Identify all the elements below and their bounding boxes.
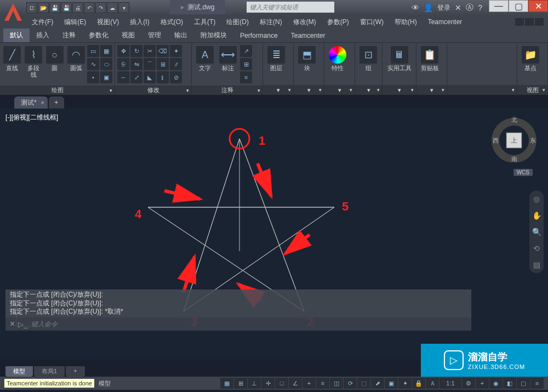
table-icon[interactable]: ⊞: [240, 58, 252, 70]
cycle-icon[interactable]: ⟳: [344, 378, 357, 389]
trim-icon[interactable]: ✂: [144, 45, 156, 57]
workspace-icon[interactable]: ⚙: [462, 378, 475, 389]
leader-icon[interactable]: ↗: [240, 45, 252, 57]
file-tab-active[interactable]: 测试*×: [14, 96, 48, 109]
qat-undo-icon[interactable]: ↶: [84, 2, 95, 13]
3dosnap-icon[interactable]: ⬚: [357, 378, 370, 389]
menu-edit[interactable]: 编辑(E): [59, 15, 92, 29]
align-icon[interactable]: ⫿: [157, 71, 169, 83]
menu-tools[interactable]: 工具(T): [189, 15, 221, 29]
rtab-insert[interactable]: 插入: [30, 29, 56, 42]
arc-button[interactable]: ◠圆弧: [66, 45, 86, 72]
qat-cloud-icon[interactable]: ☁: [107, 2, 118, 13]
panel-group-title[interactable]: ▾: [355, 85, 382, 95]
copy-icon[interactable]: ⎘: [117, 58, 129, 70]
point-icon[interactable]: •: [87, 71, 99, 83]
command-input[interactable]: [31, 320, 467, 328]
rtab-manage[interactable]: 管理: [141, 29, 168, 42]
signin-icon[interactable]: 👤: [424, 3, 433, 12]
hatch-icon[interactable]: ▦: [100, 45, 112, 57]
circle-button[interactable]: ○圆: [45, 45, 65, 72]
panel-anno-title[interactable]: 注释: [192, 86, 262, 95]
close-icon[interactable]: ×: [41, 100, 44, 106]
move-icon[interactable]: ✥: [117, 45, 129, 57]
custom-icon[interactable]: ≡: [530, 378, 544, 389]
erase-icon[interactable]: ⌫: [157, 45, 169, 57]
panel-block-title[interactable]: ▾: [294, 85, 324, 95]
qat-save-icon[interactable]: 💾: [49, 2, 60, 13]
clip-button[interactable]: 📋剪贴板: [419, 45, 441, 72]
qat-saveas-icon[interactable]: 💾: [61, 2, 72, 13]
panel-layer-title[interactable]: ▾: [263, 85, 293, 95]
rtab-output[interactable]: 输出: [168, 29, 194, 42]
offset-icon[interactable]: ⫽: [170, 58, 182, 70]
annomonitor-icon[interactable]: +: [476, 378, 489, 389]
autodesk-icon[interactable]: Ⓐ: [466, 3, 473, 13]
block-button[interactable]: ⬒块: [296, 45, 318, 72]
menu-dim[interactable]: 标注(N): [254, 15, 288, 29]
menu-view[interactable]: 视图(V): [92, 15, 124, 29]
qat-plot-icon[interactable]: 🖨: [72, 2, 83, 13]
polar-icon[interactable]: ✛: [261, 378, 275, 389]
ortho-icon[interactable]: ⊥: [248, 378, 261, 389]
menu-insert[interactable]: 插入(I): [124, 15, 155, 29]
command-input-row[interactable]: × ▷_: [5, 317, 471, 331]
spline-icon[interactable]: ∿: [87, 58, 99, 70]
menu-modify[interactable]: 修改(M): [288, 15, 322, 29]
lwt-icon[interactable]: ≡: [316, 378, 329, 389]
nav-orbit-icon[interactable]: ⟲: [532, 242, 541, 254]
mirror-icon[interactable]: ⇋: [130, 58, 142, 70]
panel-base-title[interactable]: 视图: [517, 85, 547, 95]
status-model-label[interactable]: 模型: [99, 379, 111, 388]
prop-button[interactable]: 特性: [327, 45, 349, 72]
menu-file[interactable]: 文件(F): [26, 15, 59, 29]
nav-showmotion-icon[interactable]: ▤: [532, 259, 541, 271]
dyn-icon[interactable]: +: [302, 378, 316, 389]
sel-icon[interactable]: ▣: [385, 378, 398, 389]
hardware-icon[interactable]: ◉: [489, 378, 503, 389]
util-button[interactable]: 🖩实用工具: [385, 45, 414, 72]
rtab-addins[interactable]: 附加模块: [194, 29, 233, 42]
chamfer-icon[interactable]: ◣: [144, 71, 156, 83]
polyline-button[interactable]: ⌇多段线: [24, 45, 44, 79]
doc-minimize-icon[interactable]: [515, 18, 524, 26]
menu-format[interactable]: 格式(O): [155, 15, 189, 29]
close-button[interactable]: ✕: [528, 0, 548, 12]
add-layout-tab[interactable]: +: [66, 366, 84, 377]
text-button[interactable]: A文字: [194, 45, 216, 72]
model-tab[interactable]: 模型: [5, 366, 33, 377]
osnap-icon[interactable]: □: [275, 378, 288, 389]
menu-window[interactable]: 窗口(W): [355, 15, 389, 29]
menu-teamcenter[interactable]: Teamcenter: [423, 15, 468, 29]
break-icon[interactable]: ⊘: [170, 71, 182, 83]
array-icon[interactable]: ⊞: [157, 58, 169, 70]
rotate-icon[interactable]: ↻: [130, 45, 142, 57]
wcs-badge[interactable]: WCS: [513, 169, 533, 176]
fillet-icon[interactable]: ⌒: [144, 58, 156, 70]
rtab-default[interactable]: 默认: [3, 29, 30, 42]
group-button[interactable]: ⊡组: [357, 45, 379, 72]
rect-icon[interactable]: ▭: [87, 45, 99, 57]
minimize-button[interactable]: —: [489, 0, 509, 12]
viewcube[interactable]: 上 北 南 东 西: [490, 114, 538, 164]
menu-help[interactable]: 帮助(H): [389, 15, 423, 29]
panel-prop-title[interactable]: ▾: [324, 85, 355, 95]
rtab-annotate[interactable]: 注释: [56, 29, 82, 42]
layout1-tab[interactable]: 布局1: [34, 366, 65, 377]
help-icon[interactable]: ?: [478, 3, 482, 12]
nav-wheel-icon[interactable]: ◎: [532, 193, 541, 205]
signin-label[interactable]: 登录: [437, 3, 450, 13]
menu-param[interactable]: 参数(P): [322, 15, 355, 29]
gizmo-icon[interactable]: ✦: [398, 378, 412, 389]
qat-new-icon[interactable]: 🗋: [26, 2, 37, 13]
search-input[interactable]: [247, 2, 334, 13]
doc-close-icon[interactable]: [535, 18, 544, 26]
maximize-button[interactable]: ▢: [509, 0, 528, 12]
ducs-icon[interactable]: ⬈: [371, 378, 384, 389]
ellipse-icon[interactable]: ⬭: [100, 58, 112, 70]
otrack-icon[interactable]: ∠: [289, 378, 302, 389]
snap-icon[interactable]: ⊞: [234, 378, 247, 389]
qat-open-icon[interactable]: 📂: [38, 2, 49, 13]
doc-restore-icon[interactable]: [525, 18, 534, 26]
stretch-icon[interactable]: ↔: [117, 71, 129, 83]
